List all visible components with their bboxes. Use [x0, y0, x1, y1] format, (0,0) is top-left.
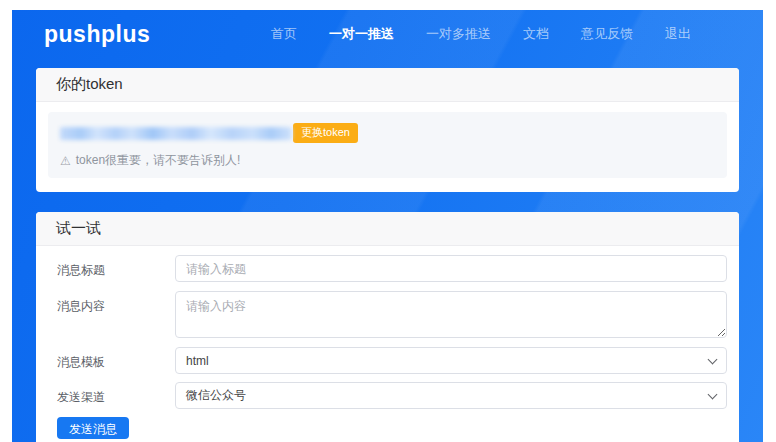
message-template-field-wrap: html — [175, 347, 727, 374]
nav-item-home[interactable]: 首页 — [271, 25, 297, 43]
message-title-row: 消息标题 — [57, 255, 727, 282]
top-navbar: pushplus 首页 一对一推送 一对多推送 文档 意见反馈 退出 — [12, 10, 763, 58]
token-value-blurred — [60, 127, 292, 140]
nav-item-one-to-one-push[interactable]: 一对一推送 — [329, 25, 394, 43]
send-channel-field-wrap: 微信公众号 — [175, 382, 727, 409]
nav-item-docs[interactable]: 文档 — [523, 25, 549, 43]
token-card: 你的token 更换token ⚠ token很重要，请不要告诉别人! — [36, 68, 739, 192]
send-channel-label: 发送渠道 — [57, 382, 175, 406]
message-template-label: 消息模板 — [57, 347, 175, 371]
brand-logo[interactable]: pushplus — [44, 21, 150, 48]
token-panel: 更换token ⚠ token很重要，请不要告诉别人! — [48, 112, 727, 178]
message-template-select[interactable]: html — [175, 347, 727, 374]
message-title-label: 消息标题 — [57, 255, 175, 279]
nav-item-feedback[interactable]: 意见反馈 — [581, 25, 633, 43]
nav-links: 首页 一对一推送 一对多推送 文档 意见反馈 退出 — [271, 25, 691, 43]
page-background: pushplus 首页 一对一推送 一对多推送 文档 意见反馈 退出 你的tok… — [12, 10, 763, 442]
try-it-card-body: 消息标题 消息内容 消息模板 html 发送渠道 — [36, 246, 739, 442]
spacer — [12, 192, 763, 212]
token-warning-text: token很重要，请不要告诉别人! — [76, 152, 241, 169]
nav-item-one-to-many-push[interactable]: 一对多推送 — [426, 25, 491, 43]
try-it-card-title: 试一试 — [36, 212, 739, 246]
token-card-title: 你的token — [36, 68, 739, 102]
send-button-row: 发送消息 — [57, 417, 727, 439]
message-template-row: 消息模板 html — [57, 347, 727, 374]
message-content-textarea[interactable] — [175, 291, 727, 338]
send-channel-row: 发送渠道 微信公众号 — [57, 382, 727, 409]
token-row: 更换token — [60, 123, 713, 143]
message-content-label: 消息内容 — [57, 291, 175, 315]
message-title-input[interactable] — [175, 255, 727, 282]
warning-triangle-icon: ⚠ — [60, 155, 71, 167]
send-message-button[interactable]: 发送消息 — [57, 417, 129, 439]
message-content-field-wrap — [175, 291, 727, 338]
message-title-field-wrap — [175, 255, 727, 282]
token-card-body: 更换token ⚠ token很重要，请不要告诉别人! — [36, 102, 739, 192]
token-warning: ⚠ token很重要，请不要告诉别人! — [60, 152, 713, 169]
nav-item-logout[interactable]: 退出 — [665, 25, 691, 43]
send-channel-select[interactable]: 微信公众号 — [175, 382, 727, 409]
message-content-row: 消息内容 — [57, 291, 727, 338]
try-it-card: 试一试 消息标题 消息内容 消息模板 html — [36, 212, 739, 442]
change-token-button[interactable]: 更换token — [293, 123, 358, 143]
